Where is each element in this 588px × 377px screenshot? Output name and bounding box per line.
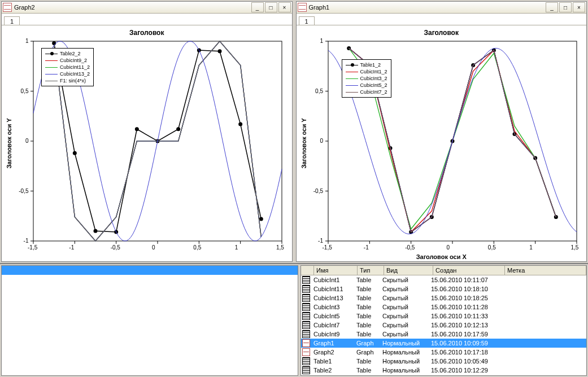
plot-area-graph1[interactable]: Заголовок Заголовок оси Y Заголовок оси … [297, 25, 587, 261]
cell-created: 15.06.2010 10:12:13 [429, 322, 500, 328]
titlebar-graph2[interactable]: Graph2 _ □ × [2, 2, 292, 14]
table-row[interactable]: Table2TableНормальный15.06.2010 10:12:29 [301, 366, 586, 375]
table-icon [302, 276, 310, 284]
cell-created: 15.06.2010 10:09:59 [429, 340, 500, 347]
cell-kind: Скрытый [380, 295, 429, 301]
cell-created: 15.06.2010 10:11:07 [429, 277, 500, 283]
table-rows: CubicInt1TableСкрытый15.06.2010 10:11:07… [301, 275, 586, 375]
cell-name: CubicInt3 [311, 304, 354, 310]
cell-name: CubicInt7 [311, 322, 354, 328]
cell-kind: Нормальный [380, 358, 429, 365]
table-icon [302, 294, 310, 302]
col-name[interactable]: Имя [314, 266, 358, 275]
table-header: Имя Тип Вид Создан Метка [301, 266, 586, 275]
tabbar: 1 [297, 14, 587, 25]
cell-name: Graph2 [311, 349, 354, 356]
cell-created: 15.06.2010 10:11:28 [429, 304, 500, 310]
minimize-button[interactable]: _ [546, 2, 558, 12]
maximize-button[interactable]: □ [559, 2, 572, 12]
cell-type: Table [354, 367, 380, 374]
table-row[interactable]: CubicInt13TableСкрытый15.06.2010 10:18:2… [301, 293, 586, 303]
cell-kind: Скрытый [380, 322, 429, 328]
table-row[interactable]: CubicInt11TableСкрытый15.06.2010 10:18:1… [301, 284, 586, 293]
cell-type: Table [354, 331, 380, 337]
col-kind[interactable]: Вид [384, 266, 433, 275]
col-mark[interactable]: Метка [505, 266, 586, 275]
cell-kind: Нормальный [380, 367, 429, 374]
cell-name: CubicInt1 [311, 277, 354, 283]
cell-name: CubicInt11 [311, 286, 354, 292]
cell-created: 15.06.2010 10:18:25 [429, 295, 500, 301]
cell-kind: Скрытый [380, 304, 429, 310]
cell-kind: Нормальный [380, 349, 429, 356]
table-icon [302, 366, 310, 374]
window-graph1: Graph1 _ □ × 1 Заголовок Заголовок оси Y… [296, 1, 587, 262]
table-icon [302, 312, 310, 320]
col-type[interactable]: Тип [358, 266, 384, 275]
cell-name: CubicInt5 [311, 313, 354, 319]
app-root: Graph2 _ □ × 1 Заголовок Заголовок оси Y… [0, 0, 588, 377]
table-icon [302, 285, 310, 293]
svg-point-19 [176, 127, 180, 131]
cell-kind: Скрытый [380, 277, 429, 283]
svg-point-21 [218, 49, 222, 53]
tab-1[interactable]: 1 [299, 16, 315, 25]
table-row[interactable]: Graph2GraphНормальный15.06.2010 10:17:18 [301, 348, 586, 357]
graph-icon [302, 339, 310, 347]
svg-point-22 [238, 122, 242, 126]
table-icon [302, 321, 310, 329]
cell-type: Graph [354, 349, 380, 356]
table-row[interactable]: CubicInt1TableСкрытый15.06.2010 10:11:07 [301, 275, 586, 284]
maximize-button[interactable]: □ [265, 2, 277, 12]
cell-type: Table [354, 277, 380, 283]
cell-name: CubicInt9 [311, 331, 354, 337]
svg-point-13 [52, 41, 56, 45]
cell-type: Table [354, 295, 380, 301]
chart-icon [3, 3, 12, 12]
table-row[interactable]: CubicInt3TableСкрытый15.06.2010 10:11:28 [301, 303, 586, 312]
table-row[interactable]: CubicInt5TableСкрытый15.06.2010 10:11:33 [301, 312, 586, 321]
cell-name: Graph1 [311, 340, 354, 347]
cell-kind: Скрытый [380, 331, 429, 337]
object-table-panel[interactable]: Имя Тип Вид Создан Метка CubicInt1TableС… [300, 265, 587, 376]
table-row[interactable]: CubicInt7TableСкрытый15.06.2010 10:12:13 [301, 321, 586, 330]
log-selected-row[interactable] [2, 266, 298, 275]
close-button[interactable]: × [573, 2, 585, 12]
col-created[interactable]: Создан [433, 266, 505, 275]
log-panel[interactable] [1, 265, 298, 376]
cell-name: CubicInt13 [311, 295, 354, 301]
svg-point-23 [259, 217, 263, 221]
table-row[interactable]: Table1TableНормальный15.06.2010 10:05:49 [301, 357, 586, 366]
table-row[interactable]: CubicInt9TableСкрытый15.06.2010 10:17:59 [301, 330, 586, 339]
plot-area-graph2[interactable]: Заголовок Заголовок оси Y -1,5-1-0,500,5… [2, 25, 292, 261]
close-button[interactable]: × [278, 2, 291, 12]
titlebar-graph1[interactable]: Graph1 _ □ × [297, 2, 587, 14]
tabbar: 1 [2, 14, 292, 25]
cell-created: 15.06.2010 10:17:59 [429, 331, 500, 337]
cell-type: Table [354, 304, 380, 310]
cell-kind: Скрытый [380, 286, 429, 292]
cell-created: 15.06.2010 10:18:10 [429, 286, 500, 292]
cell-created: 15.06.2010 10:17:18 [429, 349, 500, 356]
tab-1[interactable]: 1 [4, 16, 20, 25]
cell-created: 15.06.2010 10:05:49 [429, 358, 500, 365]
cell-kind: Скрытый [380, 313, 429, 319]
minimize-button[interactable]: _ [251, 2, 264, 12]
svg-point-15 [94, 229, 98, 233]
table-row[interactable]: Graph1GraphНормальный15.06.2010 10:09:59 [301, 339, 586, 348]
col-icon [301, 266, 314, 275]
table-icon [302, 330, 310, 338]
window-title: Graph2 [14, 4, 250, 11]
svg-point-17 [135, 127, 139, 131]
cell-name: Table1 [311, 358, 354, 365]
chart-icon [298, 3, 307, 12]
cell-type: Table [354, 286, 380, 292]
table-icon [302, 303, 310, 311]
cell-name: Table2 [311, 367, 354, 374]
cell-created: 15.06.2010 10:11:33 [429, 313, 500, 319]
legend: Table1_2CubicInt1_2CubicInt3_2CubicInt5_… [342, 59, 391, 98]
legend: Table2_2CubicInt9_2CubicInt11_2CubicInt1… [41, 48, 94, 86]
graph-icon [302, 348, 310, 356]
cell-type: Graph [354, 340, 380, 347]
svg-point-47 [554, 215, 557, 219]
